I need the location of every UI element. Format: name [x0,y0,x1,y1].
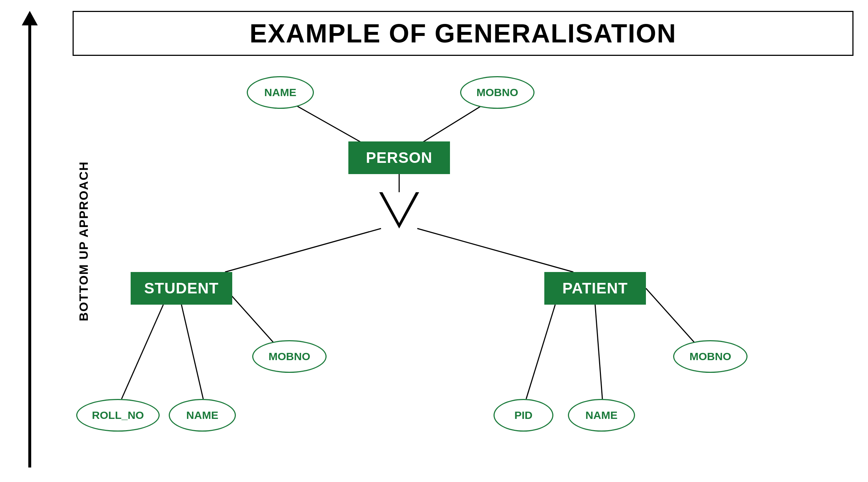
canvas: BOTTOM UP APPROACH EXAMPLE OF GENERALISA… [0,0,868,482]
svg-line-5 [122,305,163,399]
svg-line-9 [595,305,602,399]
svg-line-8 [526,305,555,399]
left-arrow [22,11,38,467]
svg-line-6 [181,305,203,399]
attribute-student-rollno: ROLL_NO [76,399,160,432]
attribute-name-top: NAME [247,76,314,109]
attribute-mobno-top: MOBNO [460,76,535,109]
arrow-up-icon [22,11,38,25]
svg-line-4 [417,228,573,272]
isa-triangle-inner [382,192,416,223]
attribute-patient-pid: PID [494,399,553,432]
entity-student: STUDENT [131,272,232,305]
entity-person: PERSON [348,141,450,174]
arrow-line [28,25,31,467]
attribute-patient-mobno: MOBNO [673,340,748,373]
attribute-patient-name: NAME [568,399,635,432]
svg-line-3 [225,228,381,272]
attribute-student-mobno: MOBNO [252,340,327,373]
title-text: EXAMPLE OF GENERALISATION [250,19,677,48]
title-box: EXAMPLE OF GENERALISATION [73,11,853,56]
entity-patient: PATIENT [544,272,646,305]
attribute-student-name: NAME [169,399,236,432]
isa-triangle-shape [379,192,419,228]
vertical-label: BOTTOM UP APPROACH [77,161,91,321]
